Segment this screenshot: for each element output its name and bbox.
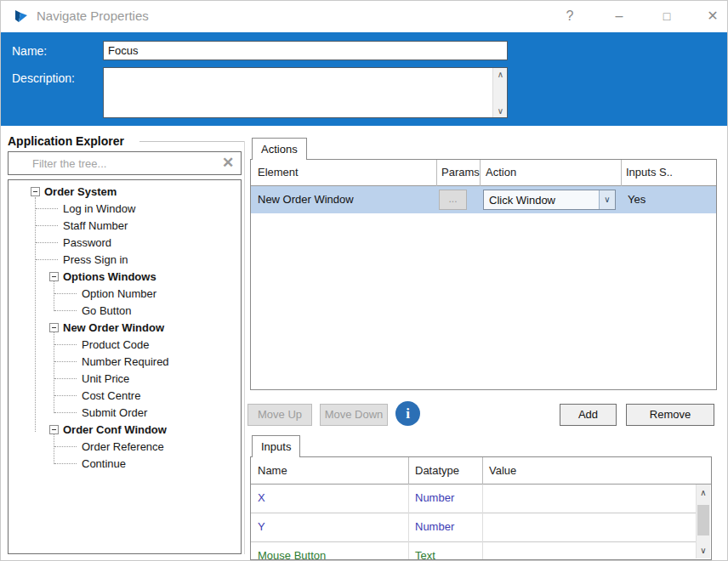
tree-node-press-sign-in[interactable]: Press Sign in	[9, 252, 241, 269]
description-label: Description:	[12, 71, 75, 85]
tree-node-new-order-window[interactable]: New Order Window	[9, 320, 241, 337]
scroll-up-icon[interactable]: ∧	[493, 68, 508, 81]
description-field-wrap: ∧ ∨	[103, 67, 508, 118]
name-label: Name:	[12, 44, 47, 58]
column-divider	[408, 542, 409, 560]
action-dropdown-value: Click Window	[489, 194, 555, 207]
tree-connector-line	[54, 378, 77, 379]
inputs-scrollbar[interactable]: ∧ ∨	[696, 484, 710, 558]
info-icon[interactable]: i	[395, 401, 420, 426]
tree-node-options-windows[interactable]: Options Windows	[9, 269, 241, 286]
actions-table: Element Params Action Inputs S.. New Ord…	[250, 159, 717, 390]
filter-input[interactable]	[9, 152, 218, 174]
tree-connector-line	[54, 310, 77, 311]
explorer-groupbox-line	[139, 141, 244, 142]
tab-actions[interactable]: Actions	[252, 138, 307, 160]
tree-connector-line	[54, 446, 77, 447]
column-divider	[408, 484, 409, 513]
tree-node-continue[interactable]: Continue	[9, 456, 241, 473]
name-field[interactable]	[103, 41, 508, 60]
column-header-name: Name	[258, 464, 287, 477]
app-logo-icon	[13, 8, 30, 25]
column-divider	[621, 160, 622, 186]
scroll-down-icon[interactable]: ∨	[697, 544, 710, 557]
params-button[interactable]: ...	[439, 190, 467, 210]
column-header-params: Params	[441, 166, 480, 178]
tree-node-order-system[interactable]: Order System	[9, 184, 241, 201]
column-divider	[482, 513, 483, 542]
tree-node-submit-order[interactable]: Submit Order	[9, 405, 241, 422]
tree-connector-line	[36, 208, 58, 209]
tree-connector-line	[36, 225, 58, 226]
collapse-icon[interactable]	[31, 187, 40, 196]
input-name: Y	[258, 520, 265, 533]
tree-connector-line	[36, 242, 58, 243]
column-divider	[408, 513, 409, 542]
actions-table-row-selected[interactable]: New Order Window ... Click Window ∨ Yes	[251, 186, 716, 213]
tree-node-option-number[interactable]: Option Number	[9, 286, 241, 303]
column-header-element: Element	[258, 166, 299, 178]
tree-connector-line	[54, 463, 77, 464]
cell-inputs-set: Yes	[628, 193, 646, 206]
tree-node-product-code[interactable]: Product Code	[9, 337, 241, 354]
input-datatype: Number	[415, 520, 454, 533]
input-name: Mouse Button	[258, 549, 326, 560]
column-header-datatype: Datatype	[415, 464, 459, 477]
inputs-row-x[interactable]: X Number	[251, 484, 696, 513]
inputs-row-y[interactable]: Y Number	[251, 513, 696, 542]
description-scrollbar[interactable]: ∧ ∨	[492, 68, 507, 117]
tree-connector-line	[54, 344, 77, 345]
properties-header: Name: Description: ∧ ∨	[1, 32, 728, 126]
input-datatype: Text	[415, 549, 435, 560]
column-divider	[480, 160, 481, 186]
chevron-down-icon[interactable]: ∨	[599, 190, 615, 209]
collapse-icon[interactable]	[49, 272, 59, 281]
tree-node-order-conf-window[interactable]: Order Conf Window	[9, 422, 241, 439]
tree-node-password[interactable]: Password	[9, 235, 241, 252]
column-divider	[482, 484, 483, 513]
scroll-down-icon[interactable]: ∨	[493, 105, 508, 117]
move-down-button[interactable]: Move Down	[320, 404, 388, 426]
input-datatype: Number	[415, 491, 454, 504]
action-dropdown[interactable]: Click Window ∨	[483, 190, 616, 210]
clear-filter-icon[interactable]: ✕	[219, 154, 237, 173]
tab-inputs[interactable]: Inputs	[252, 435, 300, 457]
tree-node-go-button[interactable]: Go Button	[9, 303, 241, 320]
tree-connector-line	[54, 395, 77, 396]
explorer-groupbox-line	[244, 141, 245, 554]
tree-node-unit-price[interactable]: Unit Price	[9, 371, 241, 388]
inputs-row-mouse-button[interactable]: Mouse Button Text	[251, 542, 696, 560]
help-icon[interactable]: ?	[557, 4, 583, 28]
remove-button[interactable]: Remove	[626, 404, 714, 426]
maximize-icon[interactable]: □	[654, 4, 680, 28]
actions-table-header: Element Params Action Inputs S..	[251, 160, 716, 186]
collapse-icon[interactable]	[49, 323, 59, 332]
tree-node-cost-centre[interactable]: Cost Centre	[9, 388, 241, 405]
column-header-action: Action	[486, 166, 516, 178]
tree-node-staff-number[interactable]: Staff Number	[9, 218, 241, 235]
tree-connector-line	[54, 361, 77, 362]
collapse-icon[interactable]	[49, 425, 59, 434]
tree-node-number-required[interactable]: Number Required	[9, 354, 241, 371]
description-field[interactable]	[104, 68, 492, 117]
tree-connector-line	[54, 412, 77, 413]
column-header-inputs-set: Inputs S..	[626, 166, 673, 178]
column-divider	[482, 457, 483, 484]
tree-node-order-reference[interactable]: Order Reference	[9, 439, 241, 456]
inputs-table-header: Name Datatype Value	[251, 457, 711, 484]
navigate-properties-dialog: Navigate Properties ? – □ ✕ Name: Descri…	[0, 0, 728, 561]
filter-box: ✕	[8, 151, 242, 175]
move-up-button[interactable]: Move Up	[247, 404, 312, 426]
minimize-icon[interactable]: –	[606, 4, 632, 28]
window-title: Navigate Properties	[37, 8, 149, 23]
column-divider	[408, 457, 409, 484]
add-button[interactable]: Add	[560, 404, 617, 426]
scrollbar-thumb[interactable]	[697, 505, 709, 536]
cell-element: New Order Window	[258, 193, 354, 206]
column-divider	[436, 160, 437, 186]
tree-connector-line	[36, 259, 58, 260]
tree-node-log-in-window[interactable]: Log in Window	[9, 201, 241, 218]
column-divider	[482, 542, 483, 560]
close-icon[interactable]: ✕	[700, 4, 725, 28]
scroll-up-icon[interactable]: ∧	[697, 486, 710, 499]
